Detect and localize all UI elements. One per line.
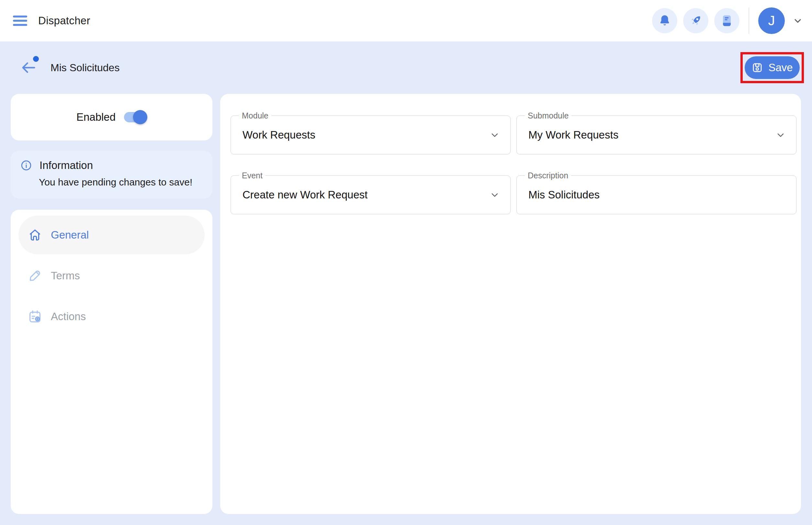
journal-icon — [720, 14, 734, 28]
field-value: Work Requests — [242, 129, 315, 141]
sidebar-nav: General Terms — [11, 210, 212, 514]
module-select[interactable]: Module Work Requests — [231, 116, 511, 154]
chevron-down-icon — [793, 16, 803, 26]
content-area: Enabled Information You have pending cha… — [0, 94, 812, 514]
enabled-card: Enabled — [11, 94, 212, 140]
appbar-divider — [749, 7, 749, 34]
app-title: Dispatcher — [38, 15, 90, 27]
calendar-plus-icon — [28, 309, 42, 324]
info-message: You have pending changes to save! — [39, 177, 203, 188]
chevron-down-icon — [489, 190, 500, 200]
enabled-label: Enabled — [76, 111, 116, 123]
app-bar-actions: J — [652, 7, 803, 34]
page-header: Mis Solicitudes Save — [0, 42, 812, 94]
back-button[interactable] — [19, 59, 38, 77]
general-form-card: Module Work Requests Submodule My Work R… — [220, 94, 801, 514]
account-menu-button[interactable] — [793, 16, 803, 26]
back-arrow-icon — [20, 59, 37, 76]
event-select[interactable]: Event Create new Work Request — [231, 176, 511, 214]
app-bar: Dispatcher — [0, 0, 812, 42]
save-button-label: Save — [768, 61, 793, 74]
toggle-knob — [133, 110, 147, 124]
rocket-icon — [688, 13, 703, 28]
save-button[interactable]: Save — [745, 56, 800, 79]
info-title: Information — [40, 159, 93, 171]
field-label: Event — [239, 171, 265, 180]
info-icon — [20, 160, 32, 171]
description-field: Description — [516, 176, 796, 214]
save-floppy-icon — [751, 62, 763, 74]
menu-icon[interactable] — [13, 16, 27, 26]
field-label: Description — [525, 171, 571, 180]
launch-button[interactable] — [683, 8, 708, 33]
chevron-down-icon — [489, 130, 500, 140]
notification-dot — [33, 56, 39, 62]
notifications-button[interactable] — [652, 8, 677, 33]
sidebar-item-terms[interactable]: Terms — [18, 256, 205, 295]
field-label: Submodule — [525, 111, 572, 120]
field-label: Module — [239, 111, 271, 120]
annotation-highlight: Save — [740, 52, 804, 83]
avatar-initial: J — [768, 13, 775, 29]
enabled-toggle[interactable] — [124, 112, 147, 122]
notifications-bell-icon — [658, 14, 672, 28]
field-value: My Work Requests — [528, 129, 618, 141]
submodule-select[interactable]: Submodule My Work Requests — [516, 116, 796, 154]
sidebar-item-label: General — [51, 229, 89, 241]
sidebar-item-general[interactable]: General — [18, 215, 205, 254]
home-icon — [28, 227, 42, 242]
sidebar-item-label: Actions — [51, 311, 86, 323]
docs-button[interactable] — [714, 8, 739, 33]
description-input[interactable] — [528, 189, 767, 201]
info-card: Information You have pending changes to … — [11, 151, 212, 198]
pencil-icon — [28, 268, 42, 283]
avatar[interactable]: J — [758, 7, 785, 34]
field-value: Create new Work Request — [242, 189, 368, 201]
sidebar: Enabled Information You have pending cha… — [11, 94, 212, 514]
page-title: Mis Solicitudes — [50, 62, 119, 74]
chevron-down-icon — [776, 130, 786, 140]
sidebar-item-label: Terms — [51, 270, 80, 282]
sidebar-item-actions[interactable]: Actions — [18, 297, 205, 336]
